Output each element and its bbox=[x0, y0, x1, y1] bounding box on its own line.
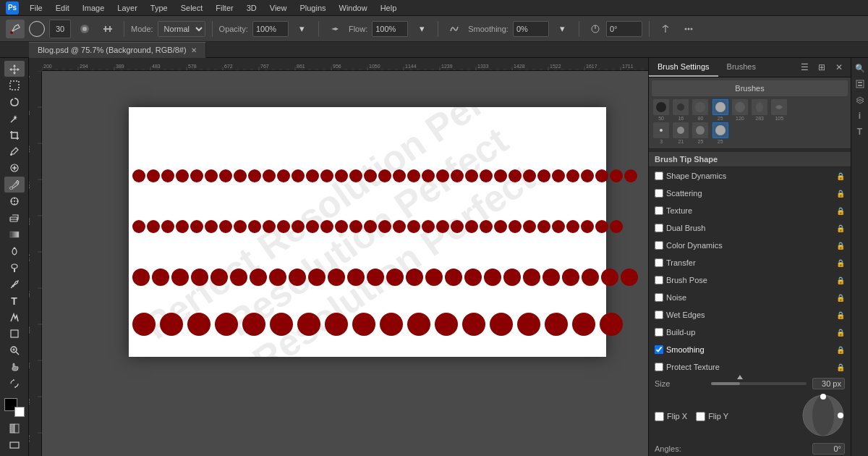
wet-edges-checkbox[interactable] bbox=[655, 311, 663, 319]
menu-filter[interactable]: Filter bbox=[213, 4, 235, 12]
brush-preset-12[interactable] bbox=[692, 122, 708, 138]
flow-toggle-icon[interactable]: ▾ bbox=[412, 20, 431, 38]
flip-y-checkbox[interactable] bbox=[696, 412, 705, 421]
menu-type[interactable]: Type bbox=[148, 4, 170, 12]
pen-tool[interactable] bbox=[4, 276, 25, 292]
gradient-tool[interactable] bbox=[4, 227, 25, 242]
brush-preset-3[interactable] bbox=[712, 99, 728, 115]
brush-preset-5[interactable] bbox=[752, 99, 767, 115]
brush-pose-lock[interactable]: 🔒 bbox=[836, 276, 845, 284]
screen-mode-icon[interactable] bbox=[4, 437, 25, 453]
smoothing-checkbox[interactable] bbox=[655, 345, 663, 354]
extra-options-icon[interactable] bbox=[679, 20, 698, 38]
color-dynamics-lock[interactable]: 🔒 bbox=[836, 242, 845, 250]
tab-close-btn[interactable]: ✕ bbox=[191, 46, 197, 54]
shape-dynamics-lock[interactable]: 🔒 bbox=[836, 172, 845, 180]
color-dynamics-checkbox[interactable] bbox=[655, 241, 663, 250]
ri-search-icon[interactable]: 🔍 bbox=[853, 61, 867, 75]
eyedropper-tool[interactable] bbox=[4, 144, 25, 160]
angle-icon[interactable] bbox=[586, 20, 605, 38]
panel-close-icon[interactable]: ✕ bbox=[832, 60, 846, 75]
select-rect-tool[interactable] bbox=[4, 77, 25, 93]
size-slider-thumb[interactable] bbox=[737, 375, 743, 379]
hardness-icon[interactable] bbox=[75, 20, 94, 38]
brush-preset-11[interactable] bbox=[673, 122, 689, 138]
transfer-lock[interactable]: 🔒 bbox=[836, 259, 845, 267]
brush-preset-1[interactable] bbox=[673, 99, 689, 115]
buildup-lock[interactable]: 🔒 bbox=[836, 329, 845, 337]
menu-layer[interactable]: Layer bbox=[115, 4, 140, 12]
background-color[interactable] bbox=[14, 407, 25, 417]
flip-x-option[interactable]: Flip X bbox=[655, 412, 687, 421]
brush-preset-2[interactable] bbox=[692, 99, 708, 115]
brush-pose-checkbox[interactable] bbox=[655, 276, 663, 284]
menu-help[interactable]: Help bbox=[378, 4, 399, 12]
setting-transfer[interactable]: Transfer 🔒 bbox=[649, 254, 851, 271]
brush-preset-4[interactable] bbox=[732, 99, 748, 115]
setting-dual-brush[interactable]: Dual Brush 🔒 bbox=[649, 219, 851, 237]
brush-settings-icon[interactable] bbox=[98, 20, 117, 38]
setting-color-dynamics[interactable]: Color Dynamics 🔒 bbox=[649, 237, 851, 254]
ri-info-icon[interactable]: i bbox=[853, 109, 867, 123]
angles-value[interactable]: 0° bbox=[812, 443, 845, 455]
wet-edges-lock[interactable]: 🔒 bbox=[836, 311, 845, 319]
blur-tool[interactable] bbox=[4, 243, 25, 259]
transfer-checkbox[interactable] bbox=[655, 258, 663, 267]
scattering-lock[interactable]: 🔒 bbox=[836, 190, 845, 198]
hand-tool[interactable] bbox=[4, 359, 25, 375]
size-slider-container[interactable] bbox=[711, 379, 807, 389]
setting-protect-texture[interactable]: Protect Texture 🔒 bbox=[649, 358, 851, 376]
magic-wand-tool[interactable] bbox=[4, 111, 25, 127]
dual-brush-lock[interactable]: 🔒 bbox=[836, 224, 845, 232]
ri-type-icon[interactable]: T bbox=[853, 124, 867, 139]
path-select-tool[interactable] bbox=[4, 310, 25, 326]
menu-file[interactable]: File bbox=[27, 4, 45, 12]
lasso-tool[interactable] bbox=[4, 94, 25, 110]
move-tool[interactable] bbox=[4, 61, 25, 77]
shape-tool[interactable] bbox=[4, 326, 25, 342]
tab-brushes[interactable]: Brushes bbox=[718, 58, 765, 77]
tab-brush-settings[interactable]: Brush Settings bbox=[649, 58, 718, 77]
setting-buildup[interactable]: Build-up 🔒 bbox=[649, 324, 851, 341]
menu-edit[interactable]: Edit bbox=[54, 4, 72, 12]
crop-tool[interactable] bbox=[4, 127, 25, 143]
foreground-background-colors[interactable] bbox=[3, 397, 26, 418]
noise-lock[interactable]: 🔒 bbox=[836, 294, 845, 302]
flow-value[interactable]: 100% bbox=[372, 21, 408, 37]
zoom-tool[interactable] bbox=[4, 342, 25, 358]
shape-dynamics-checkbox[interactable] bbox=[655, 172, 663, 180]
smoothing-icon[interactable] bbox=[445, 20, 464, 38]
dual-brush-checkbox[interactable] bbox=[655, 224, 663, 232]
eraser-tool[interactable] bbox=[4, 210, 25, 226]
menu-view[interactable]: View bbox=[268, 4, 289, 12]
setting-noise[interactable]: Noise 🔒 bbox=[649, 289, 851, 306]
protect-texture-lock[interactable]: 🔒 bbox=[836, 363, 845, 371]
angle-value[interactable]: 0° bbox=[606, 21, 642, 37]
healing-tool[interactable] bbox=[4, 160, 25, 176]
flip-y-option[interactable]: Flip Y bbox=[696, 412, 728, 421]
panel-expand-icon[interactable]: ⊞ bbox=[814, 60, 829, 75]
brush-tool-icon[interactable] bbox=[6, 20, 25, 38]
symmetry-icon[interactable] bbox=[656, 20, 675, 38]
protect-texture-checkbox[interactable] bbox=[655, 363, 663, 371]
ri-layers-icon[interactable] bbox=[853, 93, 867, 107]
flip-x-checkbox[interactable] bbox=[655, 412, 664, 421]
type-tool[interactable]: T bbox=[4, 293, 25, 309]
brush-preset-13[interactable] bbox=[712, 122, 728, 138]
quick-mask-icon[interactable] bbox=[4, 421, 25, 436]
photoshop-canvas[interactable]: Perfect Resolution PerfectResolution Per… bbox=[129, 107, 606, 357]
texture-checkbox[interactable] bbox=[655, 206, 663, 215]
brush-preset-6[interactable] bbox=[771, 99, 787, 115]
menu-plugins[interactable]: Plugins bbox=[297, 4, 328, 12]
brushes-button[interactable]: Brushes bbox=[652, 80, 848, 96]
canvas-container[interactable]: Perfect Resolution PerfectResolution Per… bbox=[42, 71, 648, 456]
menu-image[interactable]: Image bbox=[80, 4, 107, 12]
setting-brush-pose[interactable]: Brush Pose 🔒 bbox=[649, 271, 851, 289]
setting-texture[interactable]: Texture 🔒 bbox=[649, 202, 851, 219]
smoothing-toggle-icon[interactable]: ▾ bbox=[553, 20, 572, 38]
opacity-value[interactable]: 100% bbox=[252, 21, 289, 37]
setting-wet-edges[interactable]: Wet Edges 🔒 bbox=[649, 306, 851, 324]
setting-smoothing[interactable]: Smoothing 🔒 bbox=[649, 341, 851, 358]
menu-3d[interactable]: 3D bbox=[244, 4, 259, 12]
dodge-tool[interactable] bbox=[4, 260, 25, 276]
